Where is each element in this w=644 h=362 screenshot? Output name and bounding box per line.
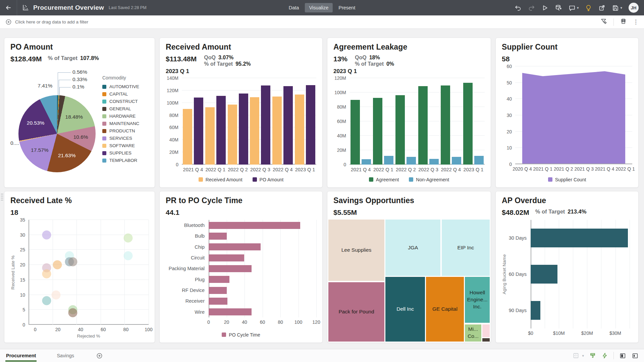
treemap-tile-pack-for-pound[interactable]: Pack for Pound [328,282,385,342]
canvas-tab-savings[interactable]: Savings [56,350,75,362]
scatter-point[interactable] [42,230,51,239]
treemap-tile-jga[interactable]: JGA [385,219,441,276]
add-filter-target[interactable]: Click here or drag data to add a filter [5,19,88,25]
tab-present[interactable]: Present [334,3,360,12]
card-supplier-count[interactable]: Supplier Count5801020304050602020 Q 4202… [495,38,639,188]
bar-received-amount[interactable] [205,107,215,165]
treemap-tile-lee-supplies[interactable]: Lee Supplies [328,219,385,281]
treemap-tile[interactable] [482,338,490,342]
canvas-tab-procurement[interactable]: Procurement [5,350,37,362]
bar[interactable] [209,233,227,240]
bar-po-amount[interactable] [306,85,315,165]
bar-non-agreement[interactable] [384,156,393,165]
save-button[interactable]: ▾ [612,4,622,11]
bar[interactable] [531,301,540,320]
legend-item[interactable]: Received Amount [199,177,243,183]
bar[interactable] [209,265,252,272]
scatter-point[interactable] [68,257,77,266]
panel-left-icon[interactable] [619,352,626,359]
legend-item-construct[interactable]: CONSTRUCT [102,99,149,104]
redo-button[interactable] [528,4,535,11]
bar[interactable] [209,222,300,229]
area-series[interactable] [515,66,632,164]
undo-button[interactable] [515,4,522,11]
filter-settings-icon[interactable] [600,18,607,26]
bar-received-amount[interactable] [250,97,259,165]
legend-item-maintenanc[interactable]: MAINTENANC [102,121,149,126]
comments-button[interactable]: ▾ [569,4,579,11]
chart-gbar[interactable]: 020M40M60M80M100M120M140M2021 Q 42022 Q … [166,78,316,183]
card-received-amount[interactable]: Received Amount$113.48MQoQ3.07%% of Targ… [159,38,323,188]
treemap-tile-howell[interactable]: Howell Engine... Inc. [465,277,490,323]
scatter-point[interactable] [42,269,51,278]
scatter-point[interactable] [52,290,61,299]
scatter-point[interactable] [42,296,51,305]
chart-treemap[interactable]: Lee SuppliesJGAEIP IncPack for PoundDell… [328,219,490,342]
bar-non-agreement[interactable] [429,159,439,165]
legend-item[interactable]: Supplier Count [548,177,586,183]
bar-non-agreement[interactable] [407,157,416,165]
bar-received-amount[interactable] [272,97,282,165]
legend-item-templabor[interactable]: TEMPLABOR [102,158,149,163]
bar[interactable] [209,243,261,250]
bar-agreement[interactable] [418,86,428,165]
chart-hbar[interactable]: BluetoothBulbChipCircuitPacking Material… [166,220,316,339]
bar-po-amount[interactable] [283,86,293,165]
chart-hbar[interactable]: Aging Bucket Name30 Days60 Days90 Days$0… [502,220,632,339]
scatter-point[interactable] [124,233,133,242]
bar[interactable] [531,229,628,247]
bar[interactable] [209,276,229,283]
card-po-amount[interactable]: PO Amount$128.49M% of Target107.8%0.56%0… [4,38,155,188]
back-button[interactable] [0,0,17,15]
tab-data[interactable]: Data [284,3,304,12]
legend-item-supplies[interactable]: SUPPLIES [102,150,149,156]
bar-received-amount[interactable] [228,105,237,165]
card-received-late[interactable]: Received Late %18Received Late %05101520… [4,191,155,343]
bar-po-amount[interactable] [239,94,248,165]
chart-scatter[interactable]: Received Late %0510152025303502040608010… [10,220,149,339]
legend-item-software[interactable]: SOFTWARE [102,143,149,148]
legend-item-services[interactable]: SERVICES [102,136,149,141]
add-canvas-button[interactable] [96,353,103,359]
bar-received-amount[interactable] [183,109,192,165]
scatter-point[interactable] [124,251,133,260]
bar[interactable] [209,254,244,261]
bar-agreement[interactable] [395,95,405,165]
legend-item[interactable]: PO Cycle Time [222,332,260,338]
treemap-tile-eip-inc[interactable]: EIP Inc [441,219,490,276]
legend-item-capital[interactable]: CAPITAL [102,92,149,97]
legend-item-general[interactable]: GENERAL [102,106,149,111]
treemap-tile-ge-capital[interactable]: GE Capital [426,277,464,342]
bar-po-amount[interactable] [216,96,226,165]
refresh-data-button[interactable] [555,4,562,11]
treemap-tile-dell-inc[interactable]: Dell Inc [385,277,425,342]
avatar[interactable]: JH [629,3,639,13]
bar-po-amount[interactable] [261,85,270,165]
more-options-icon[interactable]: ⋮ [633,19,639,25]
row-resize-handle[interactable] [1,193,3,201]
legend-item-productn[interactable]: PRODUCTN [102,128,149,133]
scatter-point[interactable] [53,260,62,269]
open-in-new-button[interactable] [598,4,605,11]
card-ap-overdue[interactable]: AP Overdue$48.02M% of Target213.4%Aging … [495,191,639,343]
grid-layout-icon[interactable] [573,352,579,359]
treemap-tile-mi[interactable]: Mi... Co... [465,324,482,342]
card-pr-to-po-cycle-time[interactable]: PR to PO Cycle Time44.1BluetoothBulbChip… [159,191,323,343]
scatter-point[interactable] [68,308,77,317]
legend-item[interactable]: PO Amount [253,177,284,183]
bar-agreement[interactable] [373,98,382,165]
brush-icon[interactable] [589,352,596,359]
chart-pie[interactable]: 0.56%0.33%0.1%18.48%10.6%21.63%17.57%0..… [10,66,149,183]
preview-play-button[interactable] [541,4,548,11]
bar-po-amount[interactable] [194,98,203,165]
bar-non-agreement[interactable] [362,159,371,165]
chart-area[interactable]: 01020304050602020 Q 42021 Q 12021 Q 2202… [502,66,632,183]
card-savings-opportunties[interactable]: Savings Opportunties$5.55MLee SuppliesJG… [327,191,491,343]
legend-item[interactable]: Agreement [369,177,399,183]
legend-item-hardware[interactable]: HARDWARE [102,114,149,119]
lightning-icon[interactable] [601,352,608,359]
legend-item-automotive[interactable]: AUTOMOTIVE [102,84,149,89]
chart-gbar[interactable]: 020M40M60M80M100M120M2021 Q 42022 Q 1202… [333,78,485,183]
layout-caret-icon[interactable]: ▾ [582,354,584,358]
bar-non-agreement[interactable] [474,156,484,165]
